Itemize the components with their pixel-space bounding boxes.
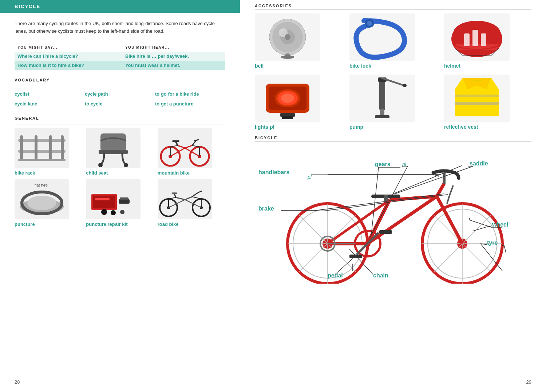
- svg-point-29: [27, 196, 56, 210]
- svg-line-25: [192, 141, 196, 145]
- general-grid-bottom: flat tyre puncture puncture repair kit r…: [15, 179, 225, 227]
- phrase-table: YOU MIGHT SAY... YOU MIGHT HEAR... Where…: [15, 43, 225, 70]
- svg-text:flat tyre: flat tyre: [35, 183, 48, 187]
- image-box: [86, 179, 141, 219]
- image-label: puncture: [15, 221, 35, 227]
- phrase-row: Where can I hire a bicycle?Bike hire is …: [15, 52, 225, 61]
- accessory-label: lights pl: [255, 124, 274, 130]
- general-image-item: flat tyre puncture: [15, 179, 82, 227]
- phrase-hear: Bike hire is … per day/week.: [122, 52, 225, 61]
- svg-text:gears: gears: [375, 161, 391, 167]
- accessory-label: helmet: [444, 63, 460, 69]
- image-box: [158, 179, 212, 219]
- svg-line-51: [174, 194, 176, 197]
- vocab-item: to go for a bike ride: [155, 90, 225, 98]
- vocabulary-section: VOCABULARY cyclistcycle pathto go for a …: [15, 78, 225, 108]
- svg-rect-66: [464, 33, 470, 46]
- svg-text:pl: pl: [307, 174, 312, 180]
- svg-line-44: [169, 197, 176, 199]
- general-image-item: child seat: [86, 128, 154, 176]
- accessory-image-box: [349, 13, 415, 61]
- svg-rect-34: [120, 197, 128, 200]
- image-box: [158, 128, 212, 168]
- svg-text:pedal: pedal: [328, 272, 343, 279]
- accessories-header: ACCESSORIES: [255, 4, 531, 10]
- image-label: child seat: [86, 170, 108, 176]
- accessory-label: bike lock: [349, 63, 371, 69]
- accessory-label: reflective vest: [444, 124, 478, 130]
- right-page: ACCESSORIES bell bike lock helmet: [240, 0, 546, 392]
- accessory-image-box: [444, 75, 510, 122]
- pl-marker: pl: [270, 124, 274, 130]
- you-might-hear-header: YOU MIGHT HEAR...: [122, 43, 225, 52]
- svg-rect-0: [18, 139, 66, 142]
- phrase-hear: You must wear a helmet.: [122, 61, 225, 70]
- vocab-item: cycle lane: [15, 100, 85, 108]
- accessories-section: ACCESSORIES bell bike lock helmet: [255, 0, 531, 130]
- general-image-item: road bike: [158, 179, 225, 227]
- svg-rect-8: [99, 150, 128, 154]
- svg-rect-68: [481, 33, 486, 46]
- svg-rect-1: [18, 150, 66, 153]
- svg-line-18: [185, 145, 192, 148]
- image-box: [15, 128, 69, 168]
- svg-point-81: [403, 84, 407, 87]
- bicycle-section-header: BICYCLE: [255, 136, 531, 142]
- svg-point-73: [281, 93, 294, 103]
- svg-point-36: [111, 210, 116, 215]
- bicycle-diagram: handlebars pl gears pl saddle brake whee…: [255, 145, 531, 284]
- accessory-item: lights pl: [255, 75, 342, 130]
- svg-rect-33: [119, 199, 130, 204]
- phrase-say: How much is it to hire a bike?: [15, 61, 122, 70]
- accessory-label: pump: [349, 124, 363, 130]
- accessory-item: bell: [255, 13, 342, 69]
- svg-rect-115: [349, 255, 362, 258]
- svg-point-35: [101, 209, 107, 215]
- image-label: bike rack: [15, 170, 35, 176]
- svg-line-155: [473, 227, 488, 231]
- svg-rect-7: [100, 133, 126, 152]
- general-image-item: mountain bike: [158, 128, 225, 176]
- svg-point-58: [285, 34, 290, 40]
- svg-line-80: [382, 78, 404, 85]
- vocabulary-header: VOCABULARY: [15, 78, 225, 82]
- svg-line-23: [176, 142, 178, 145]
- svg-rect-38: [95, 198, 110, 200]
- svg-rect-108: [384, 195, 388, 201]
- svg-line-45: [176, 197, 185, 200]
- svg-rect-2: [20, 135, 23, 161]
- vocab-item: cycle path: [85, 90, 155, 98]
- svg-rect-75: [282, 116, 293, 119]
- svg-rect-82: [455, 102, 499, 105]
- svg-rect-4: [49, 135, 52, 161]
- accessory-image-box: [255, 13, 320, 61]
- vocab-item: to get a puncture: [155, 100, 225, 108]
- svg-line-26: [194, 140, 199, 141]
- svg-point-62: [367, 21, 372, 26]
- page-number-left: 28: [15, 379, 20, 385]
- accessory-item: helmet: [444, 13, 531, 69]
- svg-rect-83: [455, 95, 499, 97]
- svg-line-129: [504, 245, 506, 253]
- svg-line-46: [185, 197, 192, 200]
- svg-rect-6: [18, 159, 66, 161]
- left-page: BICYCLE There are many cycling routes in…: [0, 0, 240, 392]
- phrase-say: Where can I hire a bicycle?: [15, 52, 122, 61]
- general-section: GENERAL bike rack child seat: [15, 116, 225, 227]
- svg-point-60: [281, 55, 294, 59]
- image-box: flat tyre: [15, 179, 69, 219]
- vocab-item: to cycle: [85, 100, 155, 108]
- svg-text:brake: brake: [258, 205, 274, 212]
- accessory-item: pump: [349, 75, 437, 130]
- general-grid-top: bike rack child seat mountain bike: [15, 128, 225, 176]
- svg-point-9: [98, 163, 103, 167]
- accessory-item: reflective vest: [444, 75, 531, 130]
- general-image-item: bike rack: [15, 128, 82, 176]
- accessory-image-box: [444, 13, 510, 61]
- svg-text:tyre: tyre: [487, 240, 498, 246]
- vocab-item: cyclist: [15, 90, 85, 98]
- general-header: GENERAL: [15, 116, 225, 120]
- accessory-label: bell: [255, 63, 264, 69]
- svg-line-17: [178, 145, 185, 148]
- general-image-item: puncture repair kit: [86, 179, 154, 227]
